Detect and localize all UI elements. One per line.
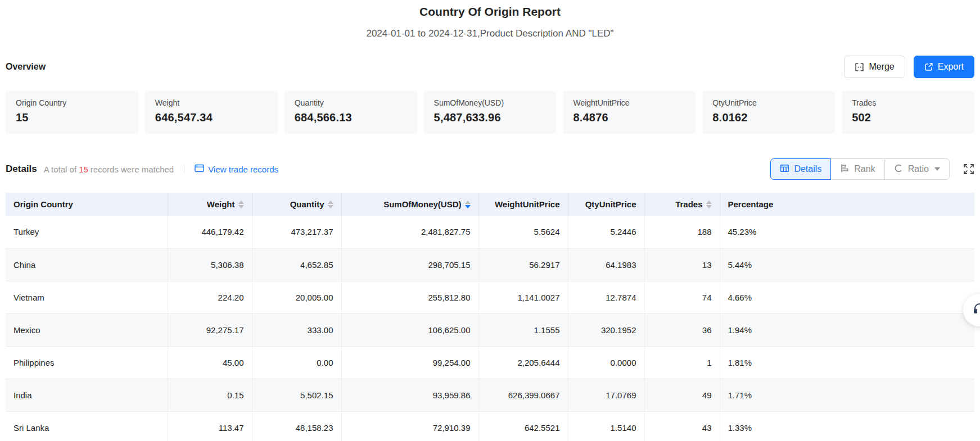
table-row: Mexico92,275.17333.00106,625.001.1555320… [6,313,974,346]
fullscreen-button[interactable] [963,163,974,175]
table-row: India0.155,502.1593,959.86626,399.066717… [6,379,974,411]
cell-pct: 1.81% [720,346,974,379]
cell-trades: 43 [644,411,720,441]
tab-ratio[interactable]: Ratio [884,158,950,180]
table-row: Philippines45.000.0099,254.002,205.64440… [6,346,974,379]
cell-quantity: 473,217.37 [252,216,341,248]
page-title: Country Of Origin Report [6,3,974,20]
column-label: WeightUnitPrice [495,199,560,209]
merge-cells-icon [855,62,864,72]
table-row: Turkey446,179.42473,217.372,481,827.755.… [6,216,974,248]
table-header-row: Origin CountryWeightQuantitySumOfMoney(U… [6,193,974,216]
merge-button[interactable]: Merge [844,56,905,78]
export-button[interactable]: Export [914,56,974,78]
country-of-origin-report-page: Country Of Origin Report 2024-01-01 to 2… [0,0,980,441]
view-trade-records-label: View trade records [208,165,278,174]
report-subtitle: 2024-01-01 to 2024-12-31,Product Descrip… [6,27,974,40]
table-row: Vietnam224.2020,005.00255,812.801,141.00… [6,281,974,313]
table-row: China5,306.384,652.85298,705.1556.291764… [6,248,974,281]
export-icon [924,62,933,71]
cell-weight: 113.47 [168,411,252,441]
merge-button-label: Merge [869,62,894,72]
overview-card: QtyUnitPrice8.0162 [702,91,835,134]
card-value: 5,487,633.96 [434,111,547,124]
cell-country: Philippines [6,346,168,379]
overview-card: Trades502 [842,91,974,134]
column-label: Quantity [290,199,324,209]
overview-bar: Overview Merge Export [6,56,974,78]
column-label: SumOfMoney(USD) [383,199,461,209]
column-header-country: Origin Country [6,193,168,216]
cell-country: Mexico [6,313,168,346]
tab-details[interactable]: Details [770,158,831,180]
cell-pct: 4.66% [720,281,974,313]
table-grid-icon [780,163,789,175]
cell-weight: 45.00 [168,346,252,379]
details-heading: Details [6,163,37,175]
cell-qup: 1.5140 [568,411,644,441]
card-value: 646,547.34 [155,111,268,124]
cell-pct: 5.44% [720,248,974,281]
details-table: Origin CountryWeightQuantitySumOfMoney(U… [6,193,974,441]
column-header-trades[interactable]: Trades [644,193,720,216]
card-label: Origin Country [16,98,128,107]
column-header-quantity[interactable]: Quantity [252,193,341,216]
cell-sum: 93,959.86 [341,379,478,411]
cell-trades: 188 [644,216,720,248]
cell-wup: 642.5521 [478,411,568,441]
cell-trades: 13 [644,248,720,281]
cell-wup: 56.2917 [478,248,568,281]
headset-icon [973,302,980,318]
cell-trades: 49 [644,379,720,411]
card-value: 502 [852,111,964,124]
cell-qup: 5.2446 [568,216,644,248]
card-label: QtyUnitPrice [712,98,825,107]
matched-records-summary: A total of15records were matched [44,165,174,174]
sort-icon[interactable] [465,201,471,208]
cell-wup: 626,399.0667 [478,379,568,411]
overview-heading: Overview [6,62,46,72]
cell-qup: 12.7874 [568,281,644,313]
cell-country: Sri Lanka [6,411,168,441]
cell-trades: 74 [644,281,720,313]
column-header-weight[interactable]: Weight [168,193,252,216]
cell-quantity: 333.00 [252,313,341,346]
view-switcher-group: Details Rank [770,158,974,180]
cell-qup: 17.0769 [568,379,644,411]
sort-icon[interactable] [706,201,712,208]
cell-pct: 1.71% [720,379,974,411]
overview-cards: Origin Country15Weight646,547.34Quantity… [6,91,974,134]
column-header-pct: Percentage [720,193,974,216]
details-table-wrap: Origin CountryWeightQuantitySumOfMoney(U… [6,193,974,441]
card-value: 684,566.13 [295,111,407,124]
pie-circle-icon [894,163,904,175]
column-label: Origin Country [13,199,73,209]
overview-card: Origin Country15 [6,91,138,134]
cell-pct: 1.33% [720,411,974,441]
view-trade-records-link[interactable]: View trade records [195,164,278,174]
sort-icon[interactable] [238,201,244,208]
tab-rank-label: Rank [854,164,875,174]
cell-quantity: 5,502.15 [252,379,341,411]
tab-rank[interactable]: Rank [830,158,884,180]
vertical-divider [184,165,184,174]
column-header-qup: QtyUnitPrice [568,193,644,216]
cell-weight: 224.20 [168,281,252,313]
card-label: Trades [852,98,964,107]
cell-wup: 1.1555 [478,313,568,346]
column-header-sum[interactable]: SumOfMoney(USD) [341,193,478,216]
card-value: 8.4876 [573,111,685,124]
cell-sum: 255,812.80 [341,281,478,313]
summary-suffix: records were matched [91,165,174,174]
cell-quantity: 20,005.00 [252,281,341,313]
cell-weight: 5,306.38 [168,248,252,281]
card-label: WeightUnitPrice [573,98,685,107]
table-row: Sri Lanka113.4748,158.2372,910.39642.552… [6,411,974,441]
sort-icon[interactable] [328,201,333,208]
cell-sum: 2,481,827.75 [341,216,478,248]
cell-sum: 298,705.15 [341,248,478,281]
cell-country: Turkey [6,216,168,248]
overview-actions: Merge Export [844,56,974,78]
details-bar: Details A total of15records were matched… [6,158,974,180]
cell-quantity: 48,158.23 [252,411,341,441]
